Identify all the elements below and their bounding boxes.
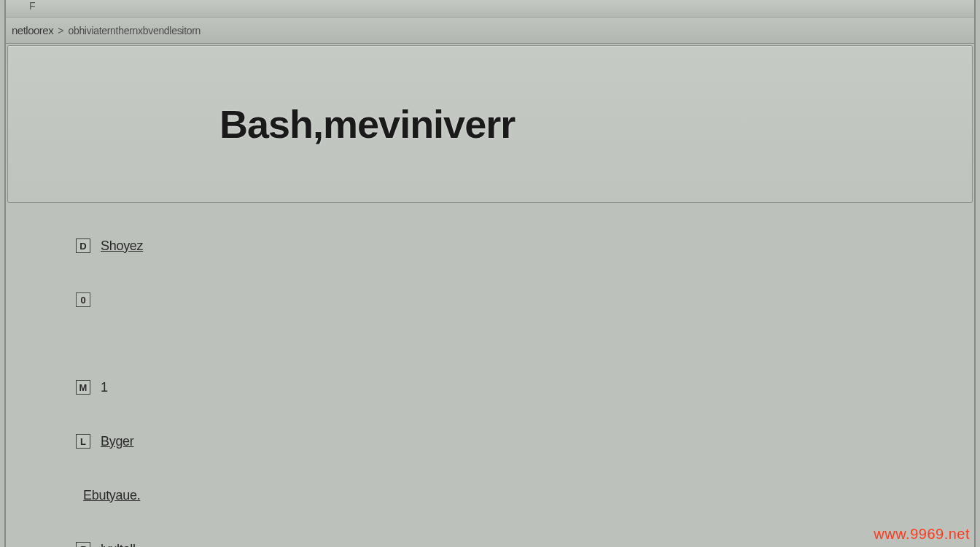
topbar-marker: F: [29, 0, 35, 12]
item-label: Ebutyaue.: [83, 488, 140, 503]
top-bar: F: [6, 0, 974, 18]
list-item[interactable]: M 1: [76, 375, 974, 400]
title-panel: Bash,meviniverr: [7, 45, 973, 203]
list-item[interactable]: F lvultoll: [76, 537, 974, 547]
item-marker-icon: F: [76, 542, 90, 547]
chevron-right-icon: >: [58, 25, 63, 36]
breadcrumb-path[interactable]: obhiviaternthernxbvendlesitorn: [68, 25, 201, 36]
list-item[interactable]: Ebutyaue.: [83, 483, 974, 508]
content-list: D Shoyez 0 M 1 L Byger Ebutyaue. F lvult…: [6, 203, 974, 547]
breadcrumb: netloorex > obhiviaternthernxbvendlesito…: [6, 18, 974, 44]
item-label: lvultoll: [101, 542, 136, 548]
item-marker-icon: D: [76, 238, 90, 253]
list-item[interactable]: L Byger: [76, 429, 974, 454]
list-item[interactable]: 0: [76, 287, 974, 312]
page-title: Bash,meviniverr: [219, 101, 515, 147]
watermark: www.9969.net: [874, 526, 970, 543]
breadcrumb-label: netloorex: [12, 24, 53, 36]
item-label: 1: [101, 380, 108, 395]
item-label: Byger: [101, 434, 134, 449]
item-marker-icon: 0: [76, 292, 90, 307]
list-item[interactable]: D Shoyez: [76, 233, 974, 258]
window-frame: F netloorex > obhiviaternthernxbvendlesi…: [4, 0, 976, 547]
item-marker-icon: L: [76, 434, 90, 449]
item-label: Shoyez: [101, 238, 143, 254]
item-marker-icon: M: [76, 380, 90, 395]
